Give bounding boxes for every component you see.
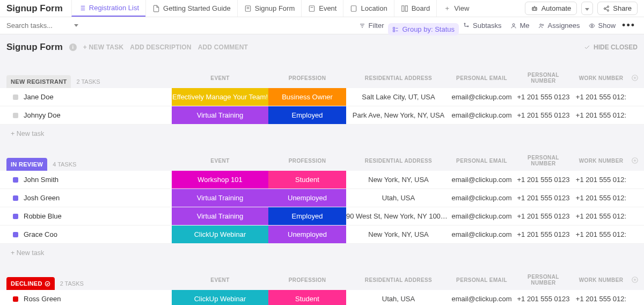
- status-square-icon[interactable]: [13, 296, 18, 302]
- show-button[interactable]: Show: [584, 19, 620, 32]
- search-input[interactable]: [6, 21, 71, 30]
- col-pnumber[interactable]: PERSONAL NUMBER: [513, 150, 574, 171]
- tab-event[interactable]: Event: [301, 0, 343, 17]
- name-cell[interactable]: Johnyy Doe: [0, 106, 172, 125]
- col-email[interactable]: PERSONAL EMAIL: [451, 270, 513, 290]
- table-row[interactable]: John Smith Workshop 101 Student New York…: [0, 171, 644, 189]
- assignees-button[interactable]: Assignees: [534, 19, 584, 32]
- new-task-row[interactable]: + New task: [0, 244, 644, 262]
- add-description-link[interactable]: ADD DESCRIPTION: [130, 43, 191, 51]
- table-row[interactable]: Robbie Blue Virtual Training Employed 90…: [0, 207, 644, 226]
- status-square-icon[interactable]: [13, 95, 18, 100]
- col-add[interactable]: [628, 68, 644, 88]
- name-cell[interactable]: Jane Doe: [0, 88, 172, 106]
- event-cell[interactable]: Virtual Training: [172, 189, 268, 207]
- personal-number-cell[interactable]: +1 201 555 0123: [513, 171, 574, 189]
- status-square-icon[interactable]: [13, 232, 18, 237]
- tab-location[interactable]: Location: [343, 0, 393, 17]
- col-add[interactable]: [628, 270, 644, 290]
- tab-getting-started[interactable]: Getting Started Guide: [145, 0, 237, 17]
- event-cell[interactable]: Virtual Training: [172, 207, 268, 226]
- address-cell[interactable]: Utah, USA: [346, 189, 451, 207]
- new-task-link[interactable]: + NEW TASK: [83, 43, 123, 51]
- personal-number-cell[interactable]: +1 201 555 0123: [513, 290, 574, 305]
- col-address[interactable]: RESIDENTIAL ADDRESS: [346, 150, 451, 171]
- work-number-cell[interactable]: +1 201 555 012:: [574, 189, 628, 207]
- col-event[interactable]: EVENT: [172, 150, 268, 171]
- email-cell[interactable]: email@clickup.com: [451, 207, 513, 226]
- col-wnumber[interactable]: WORK NUMBER: [574, 68, 628, 88]
- table-row[interactable]: Josh Green Virtual Training Unemployed U…: [0, 189, 644, 207]
- event-cell[interactable]: ClickUp Webinar: [172, 290, 268, 305]
- col-profession[interactable]: PROFESSION: [268, 150, 346, 171]
- more-menu[interactable]: •••: [620, 20, 638, 31]
- personal-number-cell[interactable]: +1 201 555 0123: [513, 207, 574, 226]
- personal-number-cell[interactable]: +1 201 555 0123: [513, 226, 574, 244]
- status-square-icon[interactable]: [13, 195, 18, 201]
- profession-cell[interactable]: Unemployed: [268, 189, 346, 207]
- col-pnumber[interactable]: PERSONAL NUMBER: [513, 68, 574, 88]
- col-event[interactable]: EVENT: [172, 270, 268, 290]
- profession-cell[interactable]: Unemployed: [268, 226, 346, 244]
- col-profession[interactable]: PROFESSION: [268, 68, 346, 88]
- groupby-button[interactable]: Group by: Status: [388, 23, 459, 35]
- status-pill[interactable]: IN REVIEW: [6, 158, 47, 171]
- email-cell[interactable]: email@clickup.com: [451, 226, 513, 244]
- personal-number-cell[interactable]: +1 201 555 0123: [513, 88, 574, 106]
- subtasks-button[interactable]: Subtasks: [459, 19, 506, 32]
- email-cell[interactable]: email@clickup.com: [451, 106, 513, 125]
- personal-number-cell[interactable]: +1 201 555 0123: [513, 189, 574, 207]
- col-pnumber[interactable]: PERSONAL NUMBER: [513, 270, 574, 290]
- automate-button[interactable]: Automate: [525, 2, 577, 15]
- col-email[interactable]: PERSONAL EMAIL: [451, 150, 513, 171]
- event-cell[interactable]: Effectively Manage Your Team!: [172, 88, 268, 106]
- profession-cell[interactable]: Employed: [268, 106, 346, 125]
- name-cell[interactable]: John Smith: [0, 171, 172, 189]
- name-cell[interactable]: Robbie Blue: [0, 207, 172, 226]
- table-row[interactable]: Johnyy Doe Virtual Training Employed Par…: [0, 106, 644, 125]
- col-add[interactable]: [628, 150, 644, 171]
- col-address[interactable]: RESIDENTIAL ADDRESS: [346, 270, 451, 290]
- hide-closed-toggle[interactable]: HIDE CLOSED: [584, 43, 638, 51]
- status-square-icon[interactable]: [13, 177, 18, 183]
- table-row[interactable]: Ross Green ClickUp Webinar Student Utah,…: [0, 290, 644, 305]
- name-cell[interactable]: Grace Coo: [0, 226, 172, 244]
- event-cell[interactable]: ClickUp Webinar: [172, 226, 268, 244]
- tab-registration-list[interactable]: Registration List: [71, 0, 145, 17]
- email-cell[interactable]: email@clickup.com: [451, 290, 513, 305]
- email-cell[interactable]: email@clickup.com: [451, 189, 513, 207]
- chevron-down-icon[interactable]: [74, 24, 78, 27]
- tab-signup-form[interactable]: Signup Form: [237, 0, 301, 17]
- new-task-row[interactable]: + New task: [0, 125, 644, 143]
- email-cell[interactable]: email@clickup.com: [451, 171, 513, 189]
- col-address[interactable]: RESIDENTIAL ADDRESS: [346, 68, 451, 88]
- work-number-cell[interactable]: +1 201 555 012:: [574, 88, 628, 106]
- profession-cell[interactable]: Employed: [268, 207, 346, 226]
- add-comment-link[interactable]: ADD COMMENT: [198, 43, 248, 51]
- event-cell[interactable]: Workshop 101: [172, 171, 268, 189]
- automate-dropdown[interactable]: [581, 2, 593, 15]
- status-square-icon[interactable]: [13, 214, 18, 219]
- email-cell[interactable]: email@clickup.com: [451, 88, 513, 106]
- col-wnumber[interactable]: WORK NUMBER: [574, 150, 628, 171]
- address-cell[interactable]: New York, NY, USA: [346, 226, 451, 244]
- col-event[interactable]: EVENT: [172, 68, 268, 88]
- event-cell[interactable]: Virtual Training: [172, 106, 268, 125]
- work-number-cell[interactable]: +1 201 555 012:: [574, 207, 628, 226]
- address-cell[interactable]: 90 West St, New York, NY 10006, U...: [346, 207, 451, 226]
- table-row[interactable]: Jane Doe Effectively Manage Your Team! B…: [0, 88, 644, 106]
- work-number-cell[interactable]: +1 201 555 012:: [574, 290, 628, 305]
- tab-board[interactable]: Board: [394, 0, 437, 17]
- profession-cell[interactable]: Student: [268, 290, 346, 305]
- work-number-cell[interactable]: +1 201 555 012:: [574, 106, 628, 125]
- share-button[interactable]: Share: [597, 2, 638, 15]
- table-row[interactable]: Grace Coo ClickUp Webinar Unemployed New…: [0, 226, 644, 244]
- status-pill[interactable]: DECLINED: [6, 277, 55, 290]
- work-number-cell[interactable]: +1 201 555 012:: [574, 171, 628, 189]
- status-square-icon[interactable]: [13, 113, 18, 118]
- address-cell[interactable]: Park Ave, New York, NY, USA: [346, 106, 451, 125]
- profession-cell[interactable]: Student: [268, 171, 346, 189]
- name-cell[interactable]: Ross Green: [0, 290, 172, 305]
- tab-add-view[interactable]: + View: [436, 0, 475, 17]
- address-cell[interactable]: Salt Lake City, UT, USA: [346, 88, 451, 106]
